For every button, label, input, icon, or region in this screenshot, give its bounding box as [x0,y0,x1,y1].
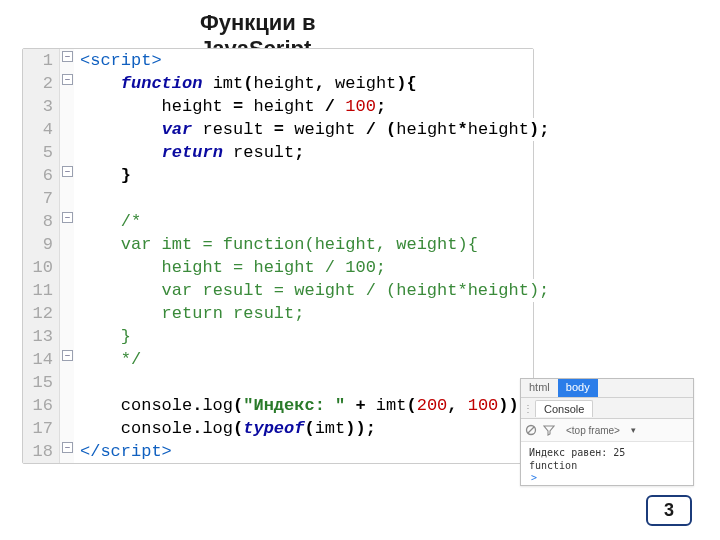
fold-gutter[interactable] [60,187,74,210]
line-number: 10 [23,256,60,279]
line-number: 3 [23,95,60,118]
code-line[interactable]: 10 height = height / 100; [23,256,533,279]
code-line[interactable]: 16 console.log("Индекс: " + imt(200, 100… [23,394,533,417]
line-number: 18 [23,440,60,463]
fold-gutter[interactable]: − [60,440,74,463]
code-editor[interactable]: 1−<script>2− function imt(height, weight… [22,48,534,464]
breadcrumb-html[interactable]: html [521,379,558,397]
fold-gutter[interactable] [60,394,74,417]
code-content[interactable]: console.log("Индекс: " + imt(200, 100)); [74,394,533,417]
line-number: 12 [23,302,60,325]
devtools-toolbar: <top frame> ▾ [521,419,693,442]
fold-toggle-icon[interactable]: − [62,350,73,361]
code-content[interactable]: return result; [74,302,533,325]
code-content[interactable]: /* [74,210,533,233]
line-number: 7 [23,187,60,210]
code-content[interactable]: <script> [74,49,533,72]
line-number: 4 [23,118,60,141]
console-prompt[interactable]: > [529,472,687,483]
code-line[interactable]: 18−</script> [23,440,533,463]
code-content[interactable]: var result = weight / (height*height); [74,279,549,302]
code-line[interactable]: 7 [23,187,533,210]
code-line[interactable]: 15 [23,371,533,394]
code-content[interactable]: height = height / 100; [74,95,533,118]
breadcrumb-body[interactable]: body [558,379,598,397]
fold-gutter[interactable] [60,233,74,256]
fold-gutter[interactable] [60,256,74,279]
code-line[interactable]: 13 } [23,325,533,348]
line-number: 14 [23,348,60,371]
line-number: 8 [23,210,60,233]
devtools-tabbar: ⋮ Console [521,398,693,419]
fold-toggle-icon[interactable]: − [62,212,73,223]
fold-gutter[interactable] [60,279,74,302]
line-number: 15 [23,371,60,394]
code-line[interactable]: 9 var imt = function(height, weight){ [23,233,533,256]
line-number: 5 [23,141,60,164]
slide-number: 3 [646,495,692,526]
clear-console-icon[interactable] [525,424,537,436]
code-line[interactable]: 11 var result = weight / (height*height)… [23,279,533,302]
fold-gutter[interactable] [60,302,74,325]
code-content[interactable]: } [74,164,533,187]
line-number: 2 [23,72,60,95]
fold-gutter[interactable] [60,325,74,348]
fold-gutter[interactable] [60,118,74,141]
devtools-panel: html body ⋮ Console <top frame> ▾ Индекс… [520,378,694,486]
code-line[interactable]: 4 var result = weight / (height*height); [23,118,533,141]
code-content[interactable] [74,371,533,394]
fold-toggle-icon[interactable]: − [62,51,73,62]
filter-icon[interactable] [543,424,555,436]
code-content[interactable]: console.log(typeof(imt)); [74,417,533,440]
code-line[interactable]: 1−<script> [23,49,533,72]
title-line1: Функции в [200,10,316,35]
fold-gutter[interactable] [60,371,74,394]
console-line: function [529,459,687,472]
code-content[interactable] [74,187,533,210]
code-content[interactable]: height = height / 100; [74,256,533,279]
svg-line-1 [528,427,534,433]
code-line[interactable]: 2− function imt(height, weight){ [23,72,533,95]
code-content[interactable]: function imt(height, weight){ [74,72,533,95]
fold-gutter[interactable] [60,95,74,118]
code-line[interactable]: 8− /* [23,210,533,233]
fold-gutter[interactable]: − [60,210,74,233]
code-content[interactable]: var imt = function(height, weight){ [74,233,533,256]
fold-toggle-icon[interactable]: − [62,442,73,453]
frame-selector[interactable]: <top frame> [561,423,625,438]
code-content[interactable]: */ [74,348,533,371]
code-line[interactable]: 12 return result; [23,302,533,325]
code-line[interactable]: 14− */ [23,348,533,371]
console-output: Индекс равен: 25 function > [521,442,693,485]
code-line[interactable]: 17 console.log(typeof(imt)); [23,417,533,440]
line-number: 11 [23,279,60,302]
code-content[interactable]: </script> [74,440,533,463]
line-number: 9 [23,233,60,256]
fold-gutter[interactable] [60,141,74,164]
fold-gutter[interactable]: − [60,164,74,187]
line-number: 17 [23,417,60,440]
chevron-down-icon[interactable]: ▾ [631,425,636,435]
code-line[interactable]: 5 return result; [23,141,533,164]
line-number: 1 [23,49,60,72]
fold-gutter[interactable] [60,417,74,440]
fold-gutter[interactable]: − [60,49,74,72]
fold-gutter[interactable]: − [60,72,74,95]
line-number: 13 [23,325,60,348]
code-content[interactable]: } [74,325,533,348]
devtools-breadcrumb: html body [521,379,693,398]
fold-toggle-icon[interactable]: − [62,166,73,177]
code-line[interactable]: 6− } [23,164,533,187]
tab-console[interactable]: Console [535,400,593,417]
fold-toggle-icon[interactable]: − [62,74,73,85]
line-number: 6 [23,164,60,187]
console-line: Индекс равен: 25 [529,446,687,459]
line-number: 16 [23,394,60,417]
fold-gutter[interactable]: − [60,348,74,371]
code-content[interactable]: return result; [74,141,533,164]
drag-handle-icon[interactable]: ⋮ [521,403,533,414]
code-content[interactable]: var result = weight / (height*height); [74,118,549,141]
code-line[interactable]: 3 height = height / 100; [23,95,533,118]
